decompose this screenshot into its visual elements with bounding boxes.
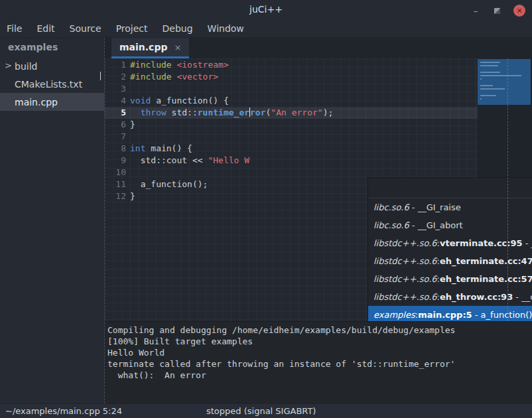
- code-line: }: [130, 190, 333, 202]
- line-number: 11: [105, 178, 126, 190]
- tab-label: main.cpp: [119, 42, 167, 52]
- stack-frame-library: libstdc++.so.6: [373, 274, 437, 284]
- minimize-button[interactable]: –: [470, 5, 482, 17]
- code-token: a_function();: [130, 179, 208, 189]
- menu-item-window[interactable]: Window: [208, 23, 244, 34]
- code-token: "An error": [271, 107, 322, 117]
- stack-frame-library: libstdc++.so.6: [373, 256, 437, 266]
- code-token: #include: [130, 72, 172, 82]
- line-number: 3: [105, 83, 126, 95]
- tree-item-label: build: [15, 61, 37, 72]
- terminal-line: Compiling and debugging /home/eidheim/ex…: [107, 324, 532, 336]
- line-number: 10: [105, 167, 126, 178]
- code-line: throw std::runtime_error("An error");: [130, 107, 333, 119]
- code-token: void: [130, 96, 151, 105]
- code-line: a_function();: [130, 178, 333, 190]
- code-token: std::: [166, 107, 198, 117]
- minimize-icon: –: [474, 6, 478, 16]
- code-token: }: [130, 119, 135, 129]
- minimap-line: [480, 72, 500, 73]
- code-minimap[interactable]: [478, 59, 531, 105]
- code-token: <iostream>: [176, 60, 228, 70]
- code-token: "Hello W: [208, 155, 249, 165]
- stack-frame-file: vterminate.cc:95: [440, 238, 523, 248]
- stack-frame-library: libstdc++.so.6: [373, 292, 437, 302]
- tree-item-label: main.cpp: [15, 97, 58, 107]
- code-editor[interactable]: 123456789101112 #include <iostream>#incl…: [105, 58, 532, 321]
- menu-item-file[interactable]: File: [7, 23, 22, 34]
- code-text[interactable]: #include <iostream>#include <vector>void…: [130, 59, 333, 202]
- app-window: juCi++ – ✕ FileEditSourceProjectDebugWin…: [0, 0, 532, 418]
- minimap-line: [480, 95, 496, 96]
- code-token: throw: [141, 107, 166, 117]
- stack-frame-file: eh_terminate.cc:47: [440, 256, 532, 266]
- code-line: void a_function() {: [130, 95, 333, 107]
- code-token: #include: [130, 60, 172, 70]
- code-line: #include <iostream>: [130, 59, 333, 71]
- status-bar: ~/examples/main.cpp 5:24 stopped (signal…: [0, 403, 532, 418]
- code-line: int main() {: [130, 143, 333, 155]
- tab-main-cpp[interactable]: main.cpp ×: [111, 38, 189, 58]
- code-token: a_function() {: [151, 96, 228, 105]
- menu-item-project[interactable]: Project: [116, 23, 148, 34]
- right-margin-line: [507, 58, 508, 321]
- menu-item-edit[interactable]: Edit: [36, 23, 54, 34]
- code-line: #include <vector>: [130, 71, 333, 83]
- menu-bar: FileEditSourceProjectDebugWindow: [0, 20, 532, 38]
- code-token: runtime_er: [198, 107, 249, 117]
- line-number: 1: [105, 59, 126, 71]
- code-token: }: [130, 191, 135, 201]
- minimap-line: [480, 65, 498, 66]
- code-token: [130, 107, 141, 117]
- minimap-line: [480, 62, 500, 63]
- stack-frame-file: eh_throw.cc:93: [440, 292, 513, 302]
- code-line: [130, 83, 333, 95]
- code-line: [130, 131, 333, 143]
- terminal-caret: [100, 72, 101, 80]
- project-name: examples: [0, 38, 104, 57]
- tab-bar: main.cpp ×: [105, 38, 532, 58]
- line-number: 12: [105, 190, 126, 202]
- line-number: 6: [105, 119, 126, 131]
- minimap-line: [480, 88, 505, 90]
- code-token: ror: [250, 107, 265, 117]
- stack-frame-library: examples: [373, 310, 415, 320]
- terminal-output[interactable]: Compiling and debugging /home/eidheim/ex…: [105, 321, 532, 403]
- code-line: }: [130, 119, 333, 131]
- close-icon: ✕: [516, 7, 522, 15]
- minimap-line: [480, 75, 521, 76]
- window-title: juCi++: [0, 4, 532, 15]
- close-button[interactable]: ✕: [513, 5, 525, 17]
- stack-frame-library: libstdc++.so.6: [373, 238, 437, 248]
- menu-item-debug[interactable]: Debug: [163, 23, 193, 34]
- chevron-right-icon[interactable]: >: [5, 60, 12, 70]
- title-bar[interactable]: juCi++ – ✕: [0, 0, 532, 20]
- code-line: [130, 167, 333, 178]
- code-token: <vector>: [176, 72, 218, 82]
- code-line: std::cout << "Hello W: [130, 155, 333, 167]
- tree-item-main-cpp[interactable]: main.cpp: [0, 93, 104, 111]
- minimap-line: [480, 78, 482, 80]
- minimap-line: [480, 98, 482, 100]
- cursor-location: ~/examples/main.cpp 5:24: [5, 406, 122, 416]
- code-token: std::cout <<: [130, 155, 208, 165]
- terminal-line: Hello World: [107, 347, 532, 358]
- line-number: 8: [105, 143, 126, 155]
- tree-item-cmakelists-txt[interactable]: CMakeLists.txt: [0, 75, 104, 93]
- line-number: 7: [105, 131, 126, 143]
- terminal-line: terminate called after throwing an insta…: [107, 358, 532, 370]
- file-tree-panel: examples >buildCMakeLists.txtmain.cpp: [0, 38, 105, 403]
- stack-frame-file: eh_terminate.cc:57: [440, 274, 532, 284]
- line-number: 5: [105, 107, 126, 119]
- code-token: main() {: [145, 143, 192, 153]
- tree-item-label: CMakeLists.txt: [15, 79, 82, 90]
- code-token: );: [323, 107, 334, 117]
- menu-item-source[interactable]: Source: [70, 23, 101, 34]
- tree-item-build[interactable]: >build: [0, 57, 104, 75]
- stack-frame-file: main.cpp:5: [418, 310, 472, 320]
- stack-frame-library: libc.so.6: [373, 220, 409, 230]
- tab-close-icon[interactable]: ×: [174, 42, 181, 52]
- minimap-line: [480, 85, 493, 86]
- code-token: int: [130, 143, 145, 153]
- restore-button[interactable]: [491, 5, 503, 17]
